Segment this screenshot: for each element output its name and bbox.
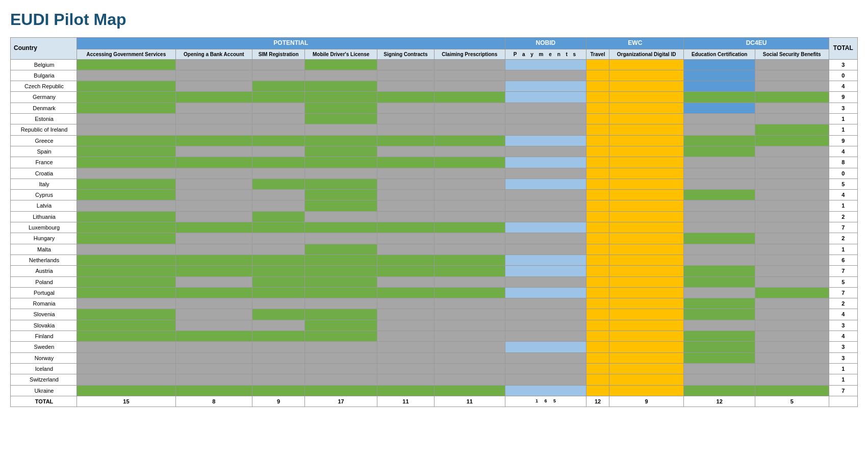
- row-total: 6: [829, 255, 857, 265]
- data-cell: [305, 255, 377, 265]
- data-cell: [175, 244, 252, 255]
- data-cell: [77, 266, 176, 276]
- data-cell: [684, 309, 755, 320]
- data-cell: [434, 200, 505, 211]
- country-cell: Denmark: [11, 103, 77, 113]
- data-cell: [175, 309, 252, 320]
- total-col-7: 1 6 5: [505, 396, 586, 407]
- data-cell: [252, 385, 304, 396]
- data-cell: [305, 233, 377, 244]
- data-cell: [77, 352, 176, 363]
- data-cell: [609, 114, 684, 124]
- col-opening-bank: Opening a Bank Account: [175, 49, 252, 59]
- table-row: Austria7: [11, 266, 858, 276]
- data-cell: [377, 266, 434, 276]
- data-cell: [175, 298, 252, 309]
- data-cell: [586, 211, 609, 222]
- data-cell: [505, 211, 586, 222]
- data-cell: [586, 124, 609, 135]
- country-cell: Norway: [11, 352, 77, 363]
- row-total: 3: [829, 103, 857, 113]
- data-cell: [77, 309, 176, 320]
- data-cell: [377, 146, 434, 157]
- data-cell: [434, 255, 505, 265]
- col-accessing-gov: Accessing Government Services: [77, 49, 176, 59]
- data-cell: [586, 255, 609, 265]
- data-cell: [609, 342, 684, 352]
- data-cell: [609, 157, 684, 168]
- country-cell: Finland: [11, 331, 77, 342]
- table-row: Latvia1: [11, 200, 858, 211]
- data-cell: [377, 200, 434, 211]
- data-cell: [305, 363, 377, 374]
- data-cell: [77, 276, 176, 287]
- data-cell: [755, 124, 829, 135]
- table-row: France8: [11, 157, 858, 168]
- data-cell: [505, 200, 586, 211]
- table-row: Hungary2: [11, 233, 858, 244]
- data-cell: [505, 190, 586, 200]
- data-cell: [377, 331, 434, 342]
- row-total: 2: [829, 233, 857, 244]
- total-col-9: 9: [609, 396, 684, 407]
- data-cell: [755, 298, 829, 309]
- data-cell: [77, 331, 176, 342]
- data-cell: [377, 244, 434, 255]
- data-cell: [684, 59, 755, 70]
- data-cell: [77, 342, 176, 352]
- data-cell: [377, 92, 434, 103]
- data-cell: [305, 320, 377, 331]
- page-title: EUDI Pilot Map: [10, 10, 858, 29]
- country-cell: Germany: [11, 92, 77, 103]
- data-cell: [252, 374, 304, 385]
- data-cell: [305, 244, 377, 255]
- row-total: 3: [829, 59, 857, 70]
- data-cell: [305, 146, 377, 157]
- data-cell: [586, 103, 609, 113]
- group-nobid-header: NOBID: [505, 38, 586, 49]
- data-cell: [305, 222, 377, 233]
- data-cell: [586, 385, 609, 396]
- country-cell: Slovenia: [11, 309, 77, 320]
- data-cell: [755, 374, 829, 385]
- row-total: 3: [829, 342, 857, 352]
- col-signing: Signing Contracts: [377, 49, 434, 59]
- data-cell: [377, 385, 434, 396]
- group-ewc-header: EWC: [586, 38, 684, 49]
- data-cell: [252, 363, 304, 374]
- data-cell: [305, 124, 377, 135]
- country-cell: Slovakia: [11, 320, 77, 331]
- data-cell: [77, 190, 176, 200]
- data-cell: [77, 233, 176, 244]
- data-cell: [252, 309, 304, 320]
- data-cell: [755, 331, 829, 342]
- country-header: Country: [11, 38, 77, 60]
- data-cell: [175, 320, 252, 331]
- data-cell: [252, 157, 304, 168]
- data-cell: [586, 146, 609, 157]
- data-cell: [377, 233, 434, 244]
- total-col-6: 11: [434, 396, 505, 407]
- data-cell: [684, 266, 755, 276]
- data-cell: [305, 309, 377, 320]
- row-total: 1: [829, 374, 857, 385]
- data-cell: [684, 200, 755, 211]
- country-cell: Luxembourg: [11, 222, 77, 233]
- country-cell: Republic of Ireland: [11, 124, 77, 135]
- country-cell: Croatia: [11, 168, 77, 179]
- country-cell: Poland: [11, 276, 77, 287]
- data-cell: [377, 363, 434, 374]
- table-row: Denmark3: [11, 103, 858, 113]
- data-cell: [505, 168, 586, 179]
- data-cell: [586, 342, 609, 352]
- data-cell: [609, 222, 684, 233]
- data-cell: [505, 244, 586, 255]
- data-cell: [305, 211, 377, 222]
- data-cell: [684, 70, 755, 81]
- data-cell: [252, 331, 304, 342]
- country-cell: Malta: [11, 244, 77, 255]
- data-cell: [175, 146, 252, 157]
- total-col-5: 11: [377, 396, 434, 407]
- data-cell: [77, 179, 176, 189]
- data-cell: [755, 157, 829, 168]
